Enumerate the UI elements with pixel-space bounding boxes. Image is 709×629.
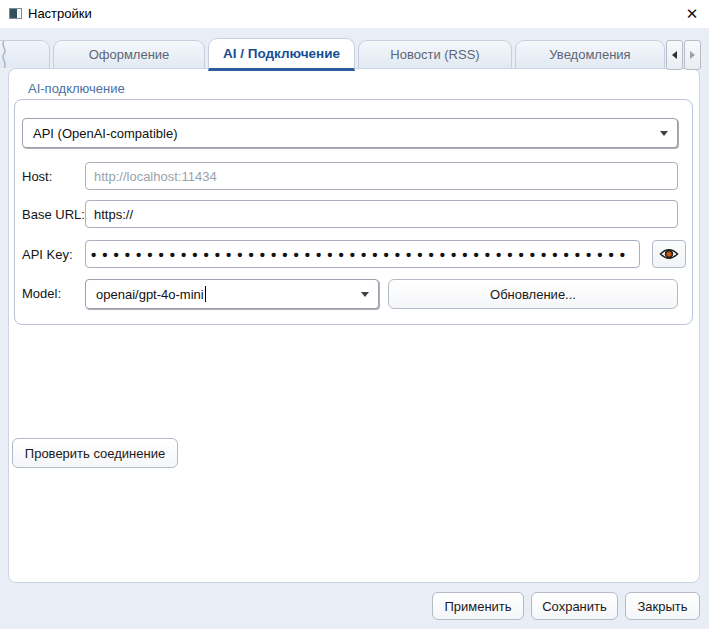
tab-ai-connection[interactable]: AI / Подключение <box>208 38 355 71</box>
group-title: AI-подключение <box>28 81 125 96</box>
provider-select[interactable]: API (OpenAI-compatible) <box>22 118 678 148</box>
eye-icon <box>659 247 679 261</box>
model-label: Model: <box>22 279 61 307</box>
chevron-down-icon <box>361 292 369 297</box>
title-bar: Настройки ✕ <box>0 0 709 28</box>
provider-selected-value: API (OpenAI-compatible) <box>33 126 178 141</box>
model-combobox[interactable]: openai/gpt-4o-mini <box>85 279 379 309</box>
text-caret <box>205 286 206 302</box>
api-key-input[interactable] <box>85 240 640 268</box>
torn-tab-edge-icon <box>0 41 8 68</box>
tab-notifications[interactable]: Уведомления <box>515 40 665 68</box>
arrow-left-icon <box>672 51 677 59</box>
base-url-input[interactable] <box>85 200 678 228</box>
api-key-label: API Key: <box>22 240 73 268</box>
base-url-label: Base URL: <box>22 200 85 228</box>
app-icon <box>9 8 22 19</box>
tab-scroll-right-button[interactable] <box>684 40 701 70</box>
host-label: Host: <box>22 162 52 190</box>
tab-scroll-left-button[interactable] <box>666 40 683 70</box>
model-value: openai/gpt-4o-mini <box>96 287 204 302</box>
window-close-button[interactable]: ✕ <box>680 2 704 26</box>
apply-button[interactable]: Применить <box>432 592 524 620</box>
chevron-down-icon <box>660 131 668 136</box>
settings-window: Настройки ✕ Оформление AI / Подключение … <box>0 0 709 629</box>
reveal-api-key-button[interactable] <box>652 240 686 268</box>
window-title: Настройки <box>28 6 92 21</box>
refresh-models-button[interactable]: Обновление... <box>388 279 678 309</box>
close-button[interactable]: Закрыть <box>625 592 700 620</box>
tab-appearance[interactable]: Оформление <box>53 40 205 68</box>
check-connection-button[interactable]: Проверить соединение <box>12 438 178 468</box>
arrow-right-icon <box>690 51 695 59</box>
tab-news-rss[interactable]: Новости (RSS) <box>358 40 512 68</box>
save-button[interactable]: Сохранить <box>531 592 618 620</box>
host-input[interactable] <box>85 162 678 190</box>
